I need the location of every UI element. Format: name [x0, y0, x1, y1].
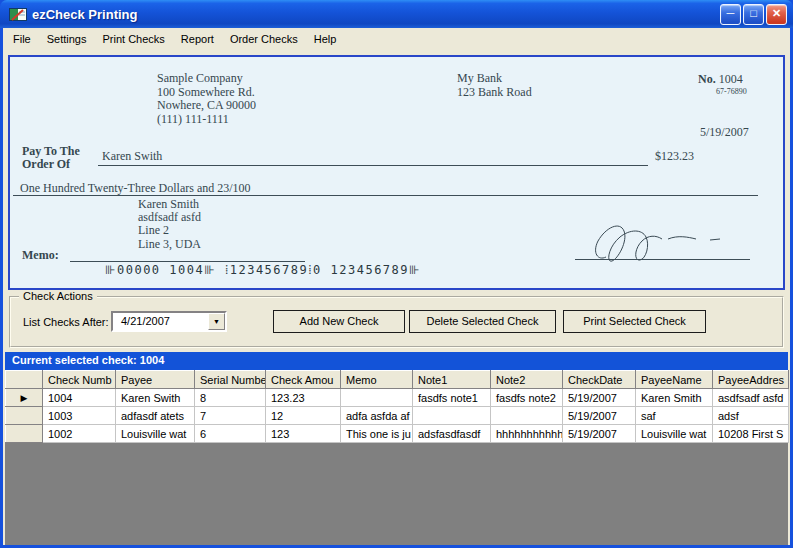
table-row[interactable]: ▶ 1004 Karen Swith 8 123.23 fasdfs note1…: [6, 389, 789, 407]
table-row[interactable]: 1003 adfasdf atets 7 12 adfa asfda af 5/…: [6, 407, 789, 425]
minimize-icon: ─: [727, 4, 735, 23]
menu-report[interactable]: Report: [173, 30, 222, 48]
date-filter-value: 4/21/2007: [113, 313, 208, 330]
grid-header-row: Check Numb Payee Serial Numbe Check Amou…: [6, 371, 789, 389]
memo-underline: [70, 246, 305, 262]
delete-selected-check-button[interactable]: Delete Selected Check: [409, 310, 556, 333]
col-check-amou[interactable]: Check Amou: [266, 371, 341, 389]
col-memo[interactable]: Memo: [341, 371, 413, 389]
cell[interactable]: hhhhhhhhhhh: [491, 425, 563, 443]
cell[interactable]: 1004: [43, 389, 116, 407]
row-selector[interactable]: [6, 425, 43, 443]
cell[interactable]: [341, 389, 413, 407]
menu-file[interactable]: File: [5, 30, 39, 48]
cell[interactable]: 1003: [43, 407, 116, 425]
company-phone: (111) 111-1111: [157, 113, 256, 127]
close-icon: ✕: [772, 4, 781, 23]
check-fraction: 67-76890: [716, 87, 747, 96]
col-payee[interactable]: Payee: [116, 371, 195, 389]
selected-check-label: Current selected check:: [12, 354, 137, 366]
cell[interactable]: asdfsadf asfd: [713, 389, 789, 407]
cell[interactable]: 123.23: [266, 389, 341, 407]
bank-block: My Bank 123 Bank Road: [457, 72, 532, 99]
add-new-check-button[interactable]: Add New Check: [273, 310, 405, 333]
app-icon: [9, 7, 27, 22]
row-selector-icon[interactable]: ▶: [6, 389, 43, 407]
bank-name: My Bank: [457, 72, 532, 86]
menu-print-checks[interactable]: Print Checks: [94, 30, 172, 48]
cell[interactable]: fasdfs note2: [491, 389, 563, 407]
company-address1: 100 Somewhere Rd.: [157, 86, 256, 100]
date-filter-combobox[interactable]: 4/21/2007 ▼: [111, 311, 227, 332]
cell[interactable]: [491, 407, 563, 425]
cell[interactable]: Karen Swith: [116, 389, 195, 407]
cell[interactable]: adfasdf atets: [116, 407, 195, 425]
cell[interactable]: Karen Smith: [636, 389, 713, 407]
col-payeeaddres[interactable]: PayeeAddres: [713, 371, 789, 389]
cell[interactable]: 5/19/2007: [563, 407, 636, 425]
window-title: ezCheck Printing: [32, 7, 720, 22]
menu-help[interactable]: Help: [306, 30, 345, 48]
col-note1[interactable]: Note1: [413, 371, 491, 389]
cell[interactable]: 12: [266, 407, 341, 425]
col-note2[interactable]: Note2: [491, 371, 563, 389]
check-amount: $123.23: [655, 149, 694, 164]
cell[interactable]: 1002: [43, 425, 116, 443]
col-payeename[interactable]: PayeeName: [636, 371, 713, 389]
cell[interactable]: adsfasdfasdf: [413, 425, 491, 443]
cell[interactable]: saf: [636, 407, 713, 425]
minimize-button[interactable]: ─: [720, 4, 741, 25]
col-check-numb[interactable]: Check Numb: [43, 371, 116, 389]
print-selected-check-button[interactable]: Print Selected Check: [563, 310, 706, 333]
row-selector[interactable]: [6, 407, 43, 425]
cell[interactable]: This one is ju: [341, 425, 413, 443]
signature-line: [575, 244, 750, 260]
cell[interactable]: [413, 407, 491, 425]
cell[interactable]: adsf: [713, 407, 789, 425]
memo-label: Memo:: [22, 248, 59, 263]
cell[interactable]: 7: [195, 407, 266, 425]
grid-empty-area: [5, 443, 788, 545]
selected-check-bar: Current selected check: 1004: [5, 352, 788, 370]
cell[interactable]: 6: [195, 425, 266, 443]
cell[interactable]: 123: [266, 425, 341, 443]
pay-to-label: Pay To The Order Of: [22, 145, 80, 171]
list-checks-after-label: List Checks After:: [23, 316, 109, 328]
cell[interactable]: 5/19/2007: [563, 389, 636, 407]
cell[interactable]: 10208 First S: [713, 425, 789, 443]
cell[interactable]: fasdfs note1: [413, 389, 491, 407]
close-button[interactable]: ✕: [766, 4, 787, 25]
chevron-down-icon: ▼: [213, 318, 220, 325]
bank-address: 123 Bank Road: [457, 86, 532, 100]
payee-underline: [98, 149, 648, 166]
company-name: Sample Company: [157, 72, 256, 86]
cell[interactable]: 5/19/2007: [563, 425, 636, 443]
selected-check-value: 1004: [140, 354, 164, 366]
company-address2: Nowhere, CA 90000: [157, 99, 256, 113]
col-serial-numbe[interactable]: Serial Numbe: [195, 371, 266, 389]
payee-address-block: Karen Smith asdfsadf asfd Line 2 Line 3,…: [138, 198, 201, 251]
cell[interactable]: Louisville wat: [636, 425, 713, 443]
dropdown-button[interactable]: ▼: [208, 313, 225, 330]
col-checkdate[interactable]: CheckDate: [563, 371, 636, 389]
company-block: Sample Company 100 Somewhere Rd. Nowhere…: [157, 72, 256, 126]
menu-order-checks[interactable]: Order Checks: [222, 30, 306, 48]
cell[interactable]: adfa asfda af: [341, 407, 413, 425]
title-bar: ezCheck Printing ─ □ ✕: [0, 0, 793, 28]
check-number-label: No.: [698, 72, 716, 86]
check-number: No. 1004: [698, 72, 743, 87]
check-actions-label: Check Actions: [19, 290, 97, 302]
menu-bar: File Settings Print Checks Report Order …: [3, 28, 790, 50]
check-actions-group: Check Actions List Checks After: 4/21/20…: [9, 296, 784, 348]
menu-settings[interactable]: Settings: [39, 30, 95, 48]
check-preview: Sample Company 100 Somewhere Rd. Nowhere…: [8, 55, 785, 290]
client-area: Sample Company 100 Somewhere Rd. Nowhere…: [3, 50, 790, 545]
cell[interactable]: Louisville wat: [116, 425, 195, 443]
app-window: ezCheck Printing ─ □ ✕ File Settings Pri…: [0, 0, 793, 548]
check-date: 5/19/2007: [700, 125, 749, 140]
check-number-value: 1004: [719, 72, 743, 86]
maximize-button[interactable]: □: [743, 4, 764, 25]
table-row[interactable]: 1002 Louisville wat 6 123 This one is ju…: [6, 425, 789, 443]
grid-corner-cell: [6, 371, 43, 389]
cell[interactable]: 8: [195, 389, 266, 407]
